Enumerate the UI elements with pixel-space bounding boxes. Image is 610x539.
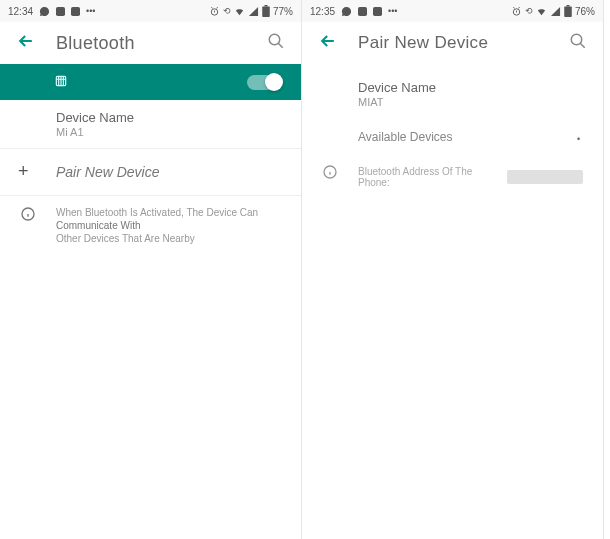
battery-icon [262,5,270,17]
alarm-icon [209,6,220,17]
pair-label: Pair New Device [56,164,159,180]
bluetooth-settings-screen: 12:34 ••• ⟲ 77% Bluetooth [0,0,302,539]
device-name-label: Device Name [56,110,281,125]
device-name-row[interactable]: Device Name MIAT [302,64,603,118]
scanning-spinner: • [577,134,583,140]
info-icon [20,206,36,226]
app-bar: Pair New Device [302,22,603,64]
plus-icon: + [18,161,29,182]
battery-percent: 76% [575,6,595,17]
available-devices-row: Available Devices • [302,118,603,156]
notif-icon-2 [71,7,80,16]
whatsapp-icon [341,6,352,17]
device-name-value: MIAT [358,96,583,108]
battery-percent: 77% [273,6,293,17]
signal-icon [550,6,561,17]
svg-rect-1 [71,7,80,16]
bluetooth-icon [54,72,68,93]
info-icon [322,164,338,184]
status-bar: 12:35 ••• ⟲ 76% [302,0,603,22]
bluetooth-toggle[interactable] [247,75,281,90]
svg-rect-3 [262,7,270,18]
pair-device-screen: 12:35 ••• ⟲ 76% Pair New Device Device N… [302,0,604,539]
back-button[interactable] [16,31,36,55]
app-bar: Bluetooth [0,22,301,64]
search-button[interactable] [569,32,587,54]
wifi-icon [536,6,547,17]
device-name-value: Mi A1 [56,126,281,138]
svg-rect-0 [56,7,65,16]
signal-icon [248,6,259,17]
sync-icon: ⟲ [223,6,231,16]
page-title: Pair New Device [358,33,549,53]
status-time: 12:34 [8,6,33,17]
search-button[interactable] [267,32,285,54]
bluetooth-toggle-bar[interactable] [0,64,301,100]
wifi-icon [234,6,245,17]
available-label: Available Devices [358,130,453,144]
svg-rect-12 [566,5,569,7]
alarm-icon [511,6,522,17]
status-bar: 12:34 ••• ⟲ 77% [0,0,301,22]
back-button[interactable] [318,31,338,55]
svg-rect-11 [564,7,572,18]
notif-icon-1 [358,7,367,16]
device-name-label: Device Name [358,80,583,95]
dots-icon: ••• [86,6,95,16]
battery-icon [564,5,572,17]
pair-new-device-row[interactable]: + Pair New Device [0,149,301,196]
toggle-thumb [265,73,283,91]
svg-rect-4 [264,5,267,7]
svg-point-5 [269,34,280,45]
notif-icon-1 [56,7,65,16]
device-name-row[interactable]: Device Name Mi A1 [0,100,301,149]
svg-rect-8 [358,7,367,16]
info-text: When Bluetooth Is Activated, The Device … [56,206,281,245]
dots-icon: ••• [388,6,397,16]
address-value-redacted [507,170,583,184]
sync-icon: ⟲ [525,6,533,16]
notif-icon-2 [373,7,382,16]
info-section: When Bluetooth Is Activated, The Device … [0,196,301,255]
status-time: 12:35 [310,6,335,17]
address-label: Bluetooth Address Of The Phone: [358,166,503,188]
bluetooth-address-row: Bluetooth Address Of The Phone: [302,156,603,198]
whatsapp-icon [39,6,50,17]
svg-point-13 [571,34,582,45]
svg-rect-9 [373,7,382,16]
page-title: Bluetooth [56,33,247,54]
